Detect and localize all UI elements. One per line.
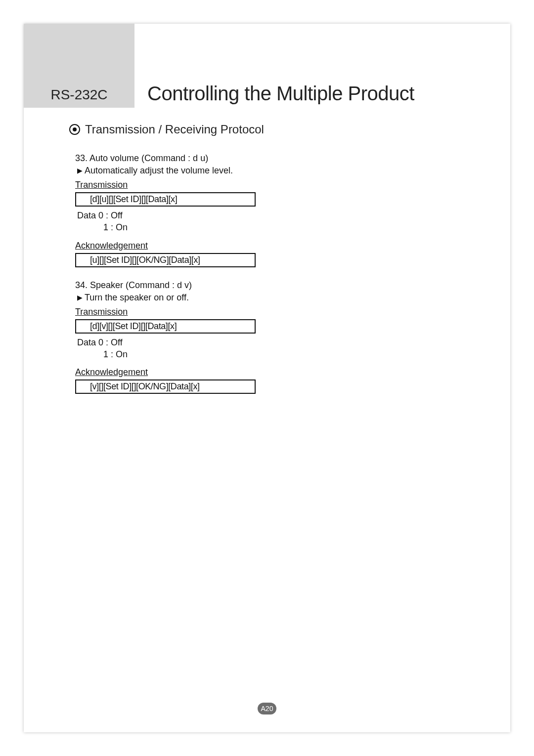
header-label: RS-232C (24, 87, 134, 105)
command-block: 34. Speaker (Command : d v) Turn the spe… (75, 280, 476, 394)
page-inner: RS-232C Controlling the Multiple Product… (24, 24, 510, 732)
data-value-off: Data 0 : Off (77, 336, 476, 348)
acknowledgement-syntax: [u][][Set ID][][OK/NG][Data][x] (75, 253, 256, 267)
data-values: Data 0 : Off 1 : On (75, 336, 476, 361)
page-header: RS-232C Controlling the Multiple Product (24, 73, 510, 108)
command-block: 33. Auto volume (Command : d u) Automati… (75, 153, 476, 267)
bullet-icon (69, 124, 80, 135)
transmission-syntax: [d][v][][Set ID][][Data][x] (75, 319, 256, 334)
data-value-off: Data 0 : Off (77, 210, 476, 221)
data-value-on: 1 : On (77, 348, 476, 360)
page-title: Controlling the Multiple Product (134, 83, 510, 105)
data-value-on: 1 : On (77, 221, 476, 233)
transmission-label: Transmission (75, 307, 476, 317)
section-heading: Transmission / Receiving Protocol (69, 123, 476, 136)
acknowledgement-syntax: [v][][Set ID][][OK/NG][Data][x] (75, 379, 256, 394)
transmission-syntax: [d][u][][Set ID][][Data][x] (75, 192, 256, 207)
page-number-badge: A20 (258, 703, 276, 714)
acknowledgement-label: Acknowledgement (75, 241, 476, 251)
transmission-label: Transmission (75, 180, 476, 190)
page-outer: RS-232C Controlling the Multiple Product… (0, 0, 534, 756)
command-description: Turn the speaker on or off. (75, 293, 476, 303)
command-title: 33. Auto volume (Command : d u) (75, 153, 476, 164)
data-values: Data 0 : Off 1 : On (75, 210, 476, 234)
command-title: 34. Speaker (Command : d v) (75, 280, 476, 291)
acknowledgement-label: Acknowledgement (75, 367, 476, 378)
section-title: Transmission / Receiving Protocol (85, 123, 264, 136)
content-area: Transmission / Receiving Protocol 33. Au… (69, 123, 476, 407)
command-description: Automatically adjust the volume level. (75, 166, 476, 176)
